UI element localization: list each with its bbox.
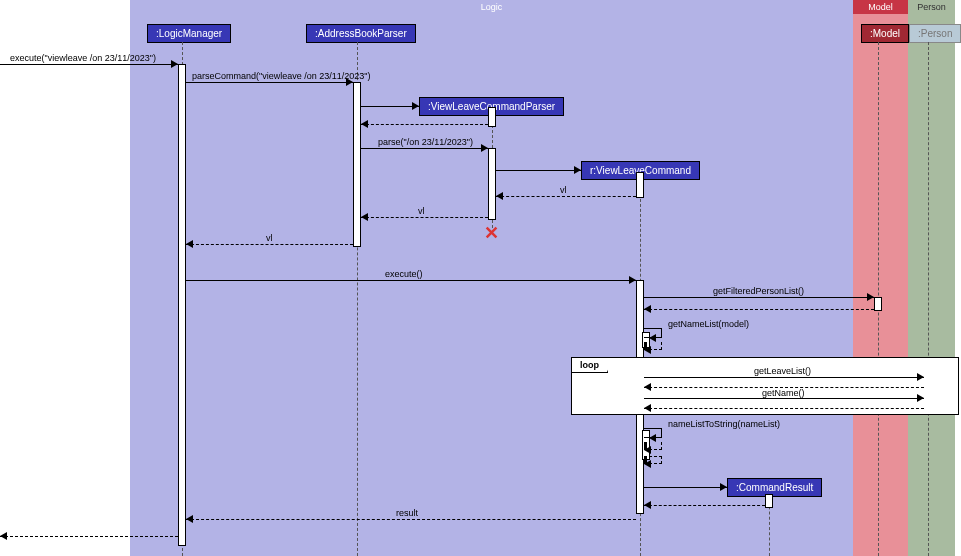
arrowhead-create-vlcommand xyxy=(574,166,581,174)
arrowhead-parse xyxy=(481,144,488,152)
arrow-getname xyxy=(644,398,924,399)
region-person-header: Person xyxy=(908,0,955,14)
label-vl1: vl xyxy=(560,185,567,195)
arrow-result xyxy=(186,519,636,520)
lifeline-person xyxy=(928,42,929,556)
arrowhead-getleavelist-ret xyxy=(644,383,651,391)
arrowhead-getnamelist-ret xyxy=(644,346,651,354)
activation-vlparser-2 xyxy=(488,148,496,220)
arrow-getfiltered-ret xyxy=(644,309,874,310)
arrow-execute2 xyxy=(186,280,636,281)
label-execute2: execute() xyxy=(385,269,423,279)
region-logic-header: Logic xyxy=(130,0,853,14)
activation-model xyxy=(874,297,882,311)
arrowhead-execute2 xyxy=(629,276,636,284)
activation-vlcommand-1 xyxy=(636,172,644,198)
arrowhead-nameliststr-ret xyxy=(644,446,651,454)
arrowhead-vl2 xyxy=(361,213,368,221)
arrow-parsecommand xyxy=(186,82,353,83)
label-getleavelist: getLeaveList() xyxy=(754,366,811,376)
activation-logic-manager xyxy=(178,64,186,546)
arrowhead-extra xyxy=(644,460,651,468)
loop-tab: loop xyxy=(572,358,608,373)
label-vl3: vl xyxy=(266,233,273,243)
label-result: result xyxy=(396,508,418,518)
arrow-parse xyxy=(361,148,488,149)
arrowhead-vl3 xyxy=(186,240,193,248)
arrow-getname-ret xyxy=(644,408,924,409)
participant-command-result: :CommandResult xyxy=(727,478,822,497)
arrow-vl2 xyxy=(361,217,488,218)
arrow-execute1 xyxy=(0,64,178,65)
participant-address-book-parser: :AddressBookParser xyxy=(306,24,416,43)
arrow-final xyxy=(0,536,178,537)
label-execute1: execute("viewleave /on 23/11/2023") xyxy=(10,53,156,63)
participant-person: :Person xyxy=(909,24,961,43)
arrow-return-vlparser xyxy=(361,124,488,125)
arrowhead-nameliststr xyxy=(649,434,656,442)
arrowhead-getname-ret xyxy=(644,404,651,412)
arrowhead-result xyxy=(186,515,193,523)
arrowhead-return-vlparser xyxy=(361,120,368,128)
arrowhead-getname xyxy=(917,394,924,402)
activation-vlparser-1 xyxy=(488,107,496,127)
arrowhead-execute1 xyxy=(171,60,178,68)
participant-logic-manager: :LogicManager xyxy=(147,24,231,43)
arrowhead-getfiltered xyxy=(867,293,874,301)
arrow-getfiltered xyxy=(644,297,874,298)
label-getname: getName() xyxy=(762,388,805,398)
label-parsecommand: parseCommand("viewleave /on 23/11/2023") xyxy=(192,71,371,81)
activation-parser xyxy=(353,82,361,247)
arrow-vl3 xyxy=(186,244,353,245)
label-vl2: vl xyxy=(418,206,425,216)
activation-command-result xyxy=(765,494,773,508)
region-person-label: Person xyxy=(917,2,946,12)
arrowhead-vl1 xyxy=(496,192,503,200)
arrow-create-vlparser xyxy=(361,106,419,107)
arrowhead-getfiltered-ret xyxy=(644,305,651,313)
arrowhead-getleavelist xyxy=(917,373,924,381)
region-model-label: Model xyxy=(868,2,893,12)
arrowhead-create-vlparser xyxy=(412,102,419,110)
region-model-header: Model xyxy=(853,0,908,14)
participant-model: :Model xyxy=(861,24,909,43)
destroy-icon: ✕ xyxy=(484,222,499,244)
arrow-getleavelist xyxy=(644,377,924,378)
region-model: Model xyxy=(853,0,908,556)
region-logic: Logic xyxy=(130,0,853,556)
label-getfiltered: getFilteredPersonList() xyxy=(713,286,804,296)
label-parse: parse("/on 23/11/2023") xyxy=(378,137,473,147)
arrow-vl1 xyxy=(496,196,636,197)
loop-label: loop xyxy=(580,360,599,370)
region-logic-label: Logic xyxy=(481,2,503,12)
region-person: Person xyxy=(908,0,955,556)
label-getnamelist: getNameList(model) xyxy=(668,319,749,329)
label-nameliststr: nameListToString(nameList) xyxy=(668,419,780,429)
arrow-result-ret1 xyxy=(644,505,765,506)
arrowhead-getnamelist xyxy=(649,334,656,342)
arrow-create-result xyxy=(644,487,727,488)
arrow-create-vlcommand xyxy=(496,170,581,171)
arrowhead-final xyxy=(0,532,7,540)
arrowhead-create-result xyxy=(720,483,727,491)
arrowhead-result-ret1 xyxy=(644,501,651,509)
